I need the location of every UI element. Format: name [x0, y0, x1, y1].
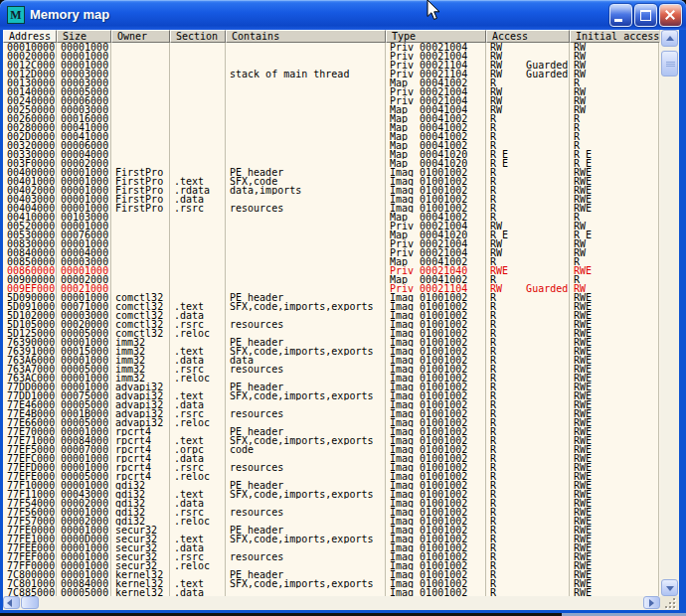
table-row[interactable]: 763A700000005000imm32.rsrcresourcesImag … — [3, 365, 659, 374]
cell-size: 00001000 — [57, 266, 111, 275]
table-row[interactable]: 77E4600000005000advapi32.dataImag 010010… — [3, 400, 659, 409]
cell-size: 00001000 — [57, 454, 111, 463]
table-row[interactable]: 0033000000004000Map 00041020R ER E — [3, 150, 659, 159]
cell-address: 00520000 — [3, 222, 57, 231]
table-row[interactable]: 77E6600000005000advapi32.relocImag 01001… — [3, 418, 659, 427]
table-row[interactable]: 0026000000016000Map 00041002RR — [3, 114, 659, 123]
column-header-access[interactable]: Access — [486, 30, 570, 43]
table-row[interactable]: 0084000000004000Priv 00021004RWRW — [3, 248, 659, 257]
table-row[interactable]: 763A600000001000imm32.datadataImag 01001… — [3, 356, 659, 365]
cell-address: 763AC000 — [3, 374, 57, 383]
grip-dot-icon — [669, 602, 671, 604]
cell-contains — [226, 132, 386, 141]
scroll-up-button[interactable] — [661, 30, 678, 47]
table-row[interactable]: 77DD100000075000advapi32.textSFX,code,im… — [3, 391, 659, 400]
table-row[interactable]: 77EFC00000001000rpcrt4.dataImag 01001002… — [3, 454, 659, 463]
table-row[interactable]: 77FEF00000001000secur32.rsrcresourcesIma… — [3, 552, 659, 561]
cell-owner — [111, 284, 170, 293]
scroll-down-button[interactable] — [661, 579, 678, 596]
table-row[interactable]: 7C80000000001000kernel32PE headerImag 01… — [3, 570, 659, 579]
table-row[interactable]: 0090000000002000Map 00041002RR — [3, 275, 659, 284]
column-header-initial-access[interactable]: Initial access — [570, 30, 659, 43]
table-row[interactable]: 77FEE00000001000secur32.dataImag 0100100… — [3, 543, 659, 552]
table-row[interactable]: 5D09000000001000comctl32PE headerImag 01… — [3, 293, 659, 302]
minimize-button[interactable] — [609, 4, 632, 27]
table-row[interactable]: 0013000000003000Map 00041002RR — [3, 78, 659, 87]
table-row[interactable]: 0024000000006000Priv 00021004RWRW — [3, 96, 659, 105]
table-row[interactable]: 0025000000003000Map 00041004RWRW — [3, 105, 659, 114]
table-row[interactable]: 77FE10000000D000secur32.textSFX,code,imp… — [3, 535, 659, 543]
table-row[interactable]: 77FF000000001000secur32.relocImag 010010… — [3, 561, 659, 570]
table-row[interactable]: 77F1100000043000gdi32.textSFX,code,impor… — [3, 490, 659, 499]
table-row[interactable]: 0053000000076000Map 00041020R ER E — [3, 231, 659, 239]
column-header-contains[interactable]: Contains — [226, 30, 386, 43]
table-row[interactable]: 0040400000001000FirstPro.rsrcresourcesIm… — [3, 204, 659, 213]
cell-address: 77FEF000 — [3, 552, 57, 561]
table-row[interactable]: 77E4B0000001B000advapi32.rsrcresourcesIm… — [3, 409, 659, 418]
title-bar[interactable]: M Memory map — [0, 0, 686, 30]
cell-address: 77E46000 — [3, 400, 57, 409]
table-row[interactable]: 7639100000015000imm32.textSFX,code,impor… — [3, 347, 659, 356]
table-row[interactable]: 77EF500000007000rpcrt4.orpccodeImag 0100… — [3, 445, 659, 454]
column-header-address[interactable]: Address — [3, 30, 57, 43]
table-row[interactable]: 5D10500000020000comctl32.rsrcresourcesIm… — [3, 320, 659, 329]
table-row[interactable]: 0002000000001000Priv 00021004RWRW — [3, 52, 659, 61]
table-row[interactable]: 77E7100000084000rpcrt4.textSFX,code,impo… — [3, 436, 659, 445]
column-header-size[interactable]: Size — [57, 30, 111, 43]
table-row[interactable]: 0012D00000003000stack of main threadPriv… — [3, 70, 659, 78]
table-row[interactable]: 77F5600000001000gdi32.rsrcresourcesImag … — [3, 508, 659, 517]
table-row[interactable]: 009EF00000021000Priv 00021104RW GuardedR… — [3, 284, 659, 293]
cell-owner — [111, 248, 170, 257]
column-header-section[interactable]: Section — [170, 30, 226, 43]
table-row[interactable]: 0085000000003000Map 00041002RR — [3, 257, 659, 266]
table-row[interactable]: 0032000000006000Map 00041002RR — [3, 141, 659, 150]
cell-owner — [111, 159, 170, 168]
table-row[interactable]: 0041000000103000Map 00041002RR — [3, 213, 659, 222]
table-row[interactable]: 77F5400000002000gdi32.dataImag 01001002R… — [3, 499, 659, 508]
table-row[interactable]: 77F1000000001000gdi32PE headerImag 01001… — [3, 481, 659, 490]
table-row[interactable]: 0012C00000001000Priv 00021104RW GuardedR… — [3, 61, 659, 70]
table-row[interactable]: 763AC00000001000imm32.relocImag 01001002… — [3, 374, 659, 383]
table-row[interactable]: 003F000000002000Map 00041020R ER E — [3, 159, 659, 168]
table-row[interactable]: 77DD000000001000advapi32PE headerImag 01… — [3, 383, 659, 391]
scroll-left-button[interactable] — [3, 596, 20, 609]
table-row[interactable]: 7C88500000005000kernel32.dataImag 010010… — [3, 588, 659, 596]
table-row[interactable]: 77EFE00000005000rpcrt4.relocImag 0100100… — [3, 472, 659, 481]
table-row[interactable]: 5D09100000071000comctl32.textSFX,code,im… — [3, 302, 659, 311]
cell-owner: comctl32 — [111, 293, 170, 302]
cell-section — [170, 150, 226, 159]
table-row[interactable]: 0083000000001000Priv 00021004RWRW — [3, 239, 659, 248]
cell-owner: secur32 — [111, 561, 170, 570]
table-row[interactable]: 0040000000001000FirstProPE headerImag 01… — [3, 168, 659, 177]
column-header-owner[interactable]: Owner — [111, 30, 170, 43]
table-row[interactable]: 002D000000041000Map 00041002RR — [3, 132, 659, 141]
table-row[interactable]: 77E7000000001000rpcrt4PE headerImag 0100… — [3, 427, 659, 436]
table-row[interactable]: 0040100000001000FirstPro.textSFX,codeIma… — [3, 177, 659, 186]
scroll-right-button[interactable] — [643, 596, 660, 609]
cell-section — [170, 239, 226, 248]
maximize-button[interactable] — [634, 4, 657, 27]
vertical-scrollbar[interactable] — [660, 30, 679, 596]
table-row[interactable]: 5D12500000005000comctl32.relocImag 01001… — [3, 329, 659, 338]
table-row[interactable]: 0052000000001000Priv 00021004RWRW — [3, 222, 659, 231]
table-row[interactable]: 0014000000005000Priv 00021004RWRW — [3, 87, 659, 96]
horizontal-scrollbar[interactable] — [3, 596, 660, 610]
cell-size: 00005000 — [57, 472, 111, 481]
table-row[interactable]: 0028000000041000Map 00041002RR — [3, 123, 659, 132]
column-header-type[interactable]: Type — [386, 30, 486, 43]
resize-grip[interactable] — [660, 596, 679, 610]
vertical-scroll-thumb[interactable] — [661, 51, 678, 77]
table-row[interactable]: 0001000000001000Priv 00021004RWRW — [3, 43, 659, 52]
table-row[interactable]: 77EFD00000001000rpcrt4.rsrcresourcesImag… — [3, 463, 659, 472]
close-button[interactable] — [659, 4, 682, 27]
table-row[interactable]: 0086000000001000Priv 00021040RWERWE — [3, 266, 659, 275]
table-row[interactable]: 0040300000001000FirstPro.dataImag 010010… — [3, 195, 659, 204]
cell-contains: PE header — [226, 338, 386, 347]
table-row[interactable]: 7639000000001000imm32PE headerImag 01001… — [3, 338, 659, 347]
table-row[interactable]: 77F5700000002000gdi32.relocImag 01001002… — [3, 517, 659, 526]
table-row[interactable]: 77FE000000001000secur32PE headerImag 010… — [3, 526, 659, 535]
table-row[interactable]: 5D10200000003000comctl32.dataImag 010010… — [3, 311, 659, 320]
horizontal-scroll-thumb[interactable] — [21, 596, 39, 609]
table-row[interactable]: 7C80100000084000kernel32.textSFX,code,im… — [3, 579, 659, 588]
table-row[interactable]: 0040200000001000FirstPro.rdatadata,impor… — [3, 186, 659, 195]
